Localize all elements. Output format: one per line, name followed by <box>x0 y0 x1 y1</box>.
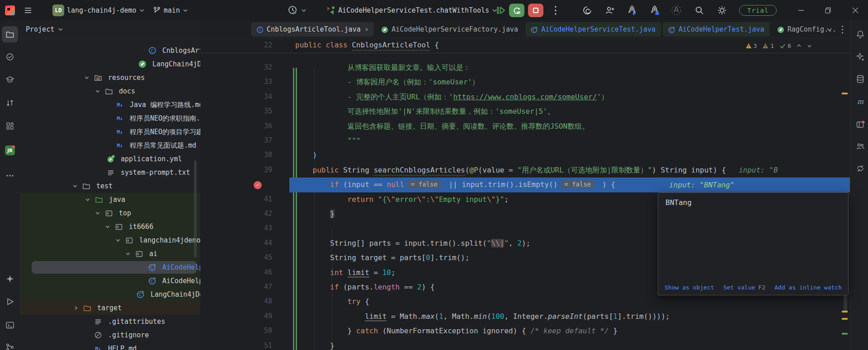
show-as-object-link[interactable]: Show as object <box>665 284 714 291</box>
debugger-value-field[interactable]: BNTang <box>665 198 692 207</box>
line-number[interactable]: 32 <box>200 63 272 71</box>
plugin-panel-button[interactable] <box>852 117 868 133</box>
set-value-link[interactable]: Set valueF2 <box>723 284 765 291</box>
project-panel-header[interactable]: Project <box>20 20 200 38</box>
stripe-warning-mark[interactable] <box>842 93 848 94</box>
terminal-button[interactable] <box>2 317 18 333</box>
tab-aicodehelperservicefactory-java[interactable]: AiCodeHelperServiceFactory.java <box>376 22 524 37</box>
inspection-ok-count[interactable]: 6 <box>779 42 791 49</box>
ai-assistant-button[interactable] <box>2 271 18 287</box>
more-actions-button[interactable] <box>554 0 557 20</box>
run-button[interactable] <box>2 294 18 310</box>
profiler-button[interactable] <box>288 0 307 20</box>
stop-button[interactable] <box>528 0 543 20</box>
project-folder-button[interactable] <box>2 26 18 42</box>
search-button[interactable] <box>694 0 704 20</box>
inspections-widget[interactable]: 316 <box>745 38 812 53</box>
git-button[interactable] <box>2 339 18 350</box>
trial-badge[interactable]: Trial <box>739 0 777 20</box>
line-number[interactable]: 50 <box>200 327 272 335</box>
tree-expand-chevron-icon[interactable] <box>104 223 111 230</box>
run-configuration-selector[interactable]: AiCodeHelperServiceTest.chatWithTools <box>326 0 497 20</box>
sync-button[interactable] <box>852 160 868 177</box>
inspection-warning-weak-count[interactable]: 1 <box>762 42 774 49</box>
line-number[interactable]: 41 <box>200 195 272 203</box>
commit-button[interactable] <box>2 49 18 65</box>
tree-item-.gitattributes[interactable]: .gitattributes <box>20 315 200 328</box>
tree-item--neo-.md[interactable]: M↓程序员NEO的项目学习建议.md <box>20 125 200 139</box>
spark-button[interactable] <box>852 49 868 65</box>
tree-expand-chevron-icon[interactable] <box>71 182 79 190</box>
settings-button[interactable] <box>717 0 727 20</box>
line-number[interactable]: 39 <box>200 166 272 174</box>
tab-aicodehelperservicetest-java[interactable]: CAiCodeHelperServiceTest.java <box>525 22 661 37</box>
tree-item-it6666[interactable]: it6666 <box>20 220 200 233</box>
inspection-warning-count[interactable]: 3 <box>745 42 757 49</box>
breakpoint-icon[interactable]: ✓ <box>254 181 262 189</box>
line-number[interactable]: 37 <box>200 136 272 145</box>
tree-item-docs[interactable]: docs <box>20 84 200 98</box>
code-with-me-button[interactable] <box>605 0 615 20</box>
tree-expand-chevron-icon[interactable] <box>83 74 90 81</box>
tree-item-langchain4jdemo[interactable]: langchain4jdemo <box>20 233 200 247</box>
rocket-debug-button[interactable] <box>649 0 660 20</box>
tree-expand-chevron-icon[interactable] <box>114 237 122 244</box>
tree-item-cnblogsarticletool[interactable]: CCnblogsArticleTool <box>20 44 200 57</box>
tree-item-help.md[interactable]: M↓HELP.md <box>20 342 200 350</box>
tree-expand-chevron-icon[interactable] <box>94 88 101 95</box>
project-widget[interactable]: LD lang-chain4j-demo <box>52 0 145 20</box>
prev-problem-chevron-icon[interactable] <box>797 43 802 48</box>
tree-item-ai[interactable]: ai <box>20 247 200 261</box>
maximize-button[interactable] <box>824 0 833 20</box>
add-as-inline-watch-link[interactable]: Add as inline watch <box>774 284 842 291</box>
tab-close-icon[interactable]: × <box>365 26 368 33</box>
line-number[interactable]: 36 <box>200 122 272 130</box>
tree-item-system-prompt.txt[interactable]: system-prompt.txt <box>20 166 200 179</box>
close-button[interactable] <box>851 0 860 20</box>
people-button[interactable] <box>852 138 868 154</box>
rocket-disabled-button[interactable] <box>671 0 682 20</box>
tree-expand-chevron-icon[interactable] <box>94 210 101 217</box>
rocket-run-button[interactable] <box>627 0 637 20</box>
tree-collapse-chevron-icon[interactable] <box>72 304 80 312</box>
tree-item-langchain4jdemoapplicationtests[interactable]: CLangChain4jDemoApplicationTests <box>20 288 200 301</box>
line-number[interactable]: 44 <box>200 239 272 247</box>
minimize-button[interactable] <box>797 0 806 20</box>
line-number[interactable]: 48 <box>200 297 272 305</box>
line-number[interactable]: 45 <box>200 253 272 261</box>
tree-item-target[interactable]: target <box>20 301 200 315</box>
line-number[interactable]: 42 <box>200 210 272 218</box>
maven-button[interactable]: m <box>852 93 868 110</box>
resume-button[interactable] <box>495 0 506 20</box>
tree-item--.md[interactable]: M↓程序员常见面试题.md <box>20 139 200 152</box>
learn-button[interactable] <box>2 71 18 88</box>
tree-item-test[interactable]: test <box>20 179 200 193</box>
more-tools-button[interactable] <box>2 168 18 184</box>
pull-requests-button[interactable] <box>2 95 18 111</box>
main-menu-button[interactable] <box>24 0 33 20</box>
database-button[interactable] <box>852 71 868 87</box>
tree-item-java[interactable]: java <box>20 193 200 206</box>
project-tree-scrollbar[interactable] <box>194 160 197 257</box>
stripe-ok-mark[interactable] <box>842 333 848 335</box>
line-number[interactable]: 51 <box>200 341 272 350</box>
stripe-warning-mark[interactable] <box>842 311 848 313</box>
tree-item-aicodehelpertest[interactable]: CAiCodeHelperTest <box>20 274 200 288</box>
tab-aicodehelpertest-java[interactable]: CAiCodeHelperTest.java <box>663 22 770 37</box>
tree-item-resources[interactable]: resources <box>20 71 200 84</box>
jrebel-button[interactable]: JR <box>2 142 18 159</box>
tree-item-langchain4jdemoapplication[interactable]: LangChain4jDemoApplication <box>20 57 200 71</box>
tree-item--neo-.md[interactable]: M↓程序员NEO的求职指南.md <box>20 112 200 125</box>
tree-item-top[interactable]: top <box>20 206 200 220</box>
tree-item-application.yml[interactable]: application.yml <box>20 152 200 166</box>
vcs-branch-widget[interactable]: main <box>153 0 188 20</box>
rerun-debug-button[interactable] <box>509 0 524 20</box>
tree-item-.gitignore[interactable]: .gitignore <box>20 328 200 342</box>
line-number[interactable]: 46 <box>200 268 272 276</box>
line-number[interactable]: 33 <box>200 78 272 86</box>
line-number[interactable]: 49 <box>200 312 272 320</box>
stripe-warning-mark[interactable] <box>842 318 848 320</box>
tab-options-kebab-icon[interactable] <box>841 25 844 34</box>
tree-expand-chevron-icon[interactable] <box>84 196 91 203</box>
junie-spiral-button[interactable] <box>582 0 592 20</box>
